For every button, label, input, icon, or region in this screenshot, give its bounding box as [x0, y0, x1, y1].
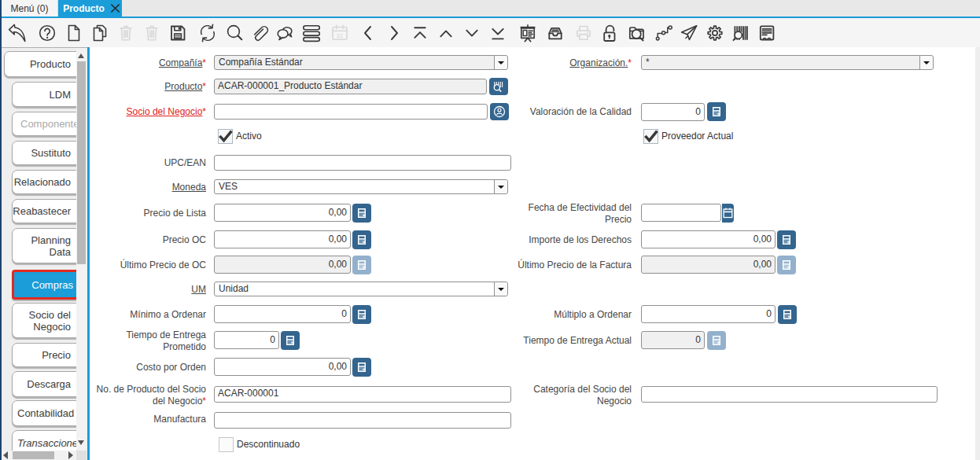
svg-text:31: 31: [336, 32, 343, 39]
